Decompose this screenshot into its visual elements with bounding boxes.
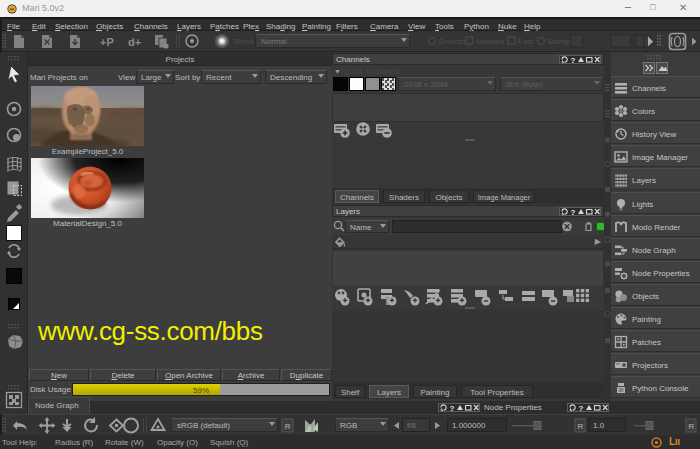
svg-text:Smooth: Smooth [438,37,466,46]
svg-text:?: ? [571,56,576,65]
svg-text:?: ? [579,404,584,413]
svg-text:R: R [578,422,584,431]
svg-text:?: ? [571,208,576,217]
svg-text:d+: d+ [128,36,141,48]
svg-text:Stamp: Stamp [547,37,571,46]
svg-text:+P: +P [100,36,114,48]
svg-text:?: ? [450,404,455,413]
svg-text:R: R [689,422,695,431]
svg-text:R: R [285,422,291,431]
svg-text:Fast: Fast [518,37,534,46]
svg-text:Masked: Masked [476,37,504,46]
